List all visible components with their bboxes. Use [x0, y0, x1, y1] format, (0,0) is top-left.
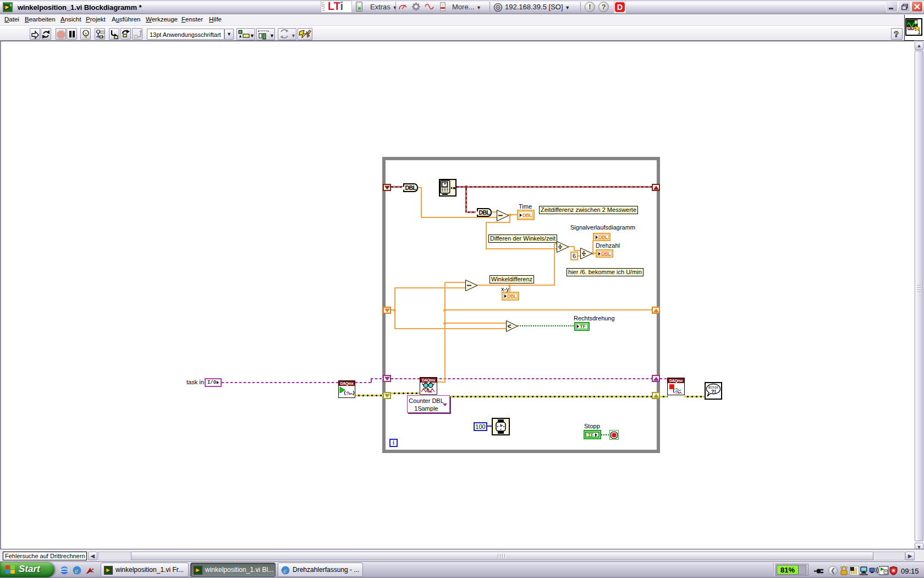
svg-text:e: e — [75, 566, 78, 575]
svg-text:▼: ▼ — [250, 33, 254, 39]
svg-text:?: ? — [894, 29, 899, 39]
svg-text:1: 1 — [917, 29, 921, 35]
svg-text:▼: ▼ — [270, 33, 274, 39]
svg-text:?!: ?! — [711, 388, 716, 394]
svg-text:e: e — [283, 566, 287, 575]
svg-text:<: < — [508, 323, 512, 330]
svg-text:▼: ▼ — [291, 33, 295, 39]
